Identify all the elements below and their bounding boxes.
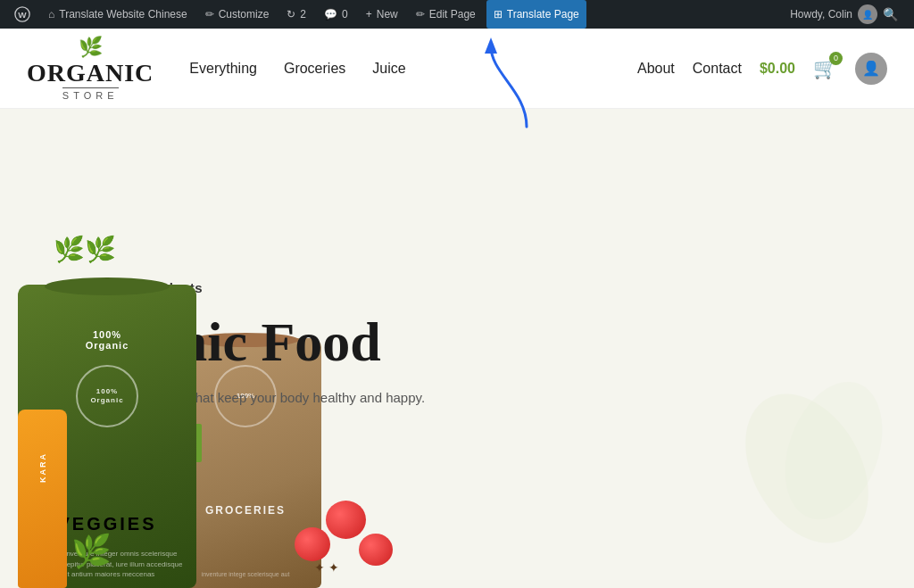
site-name-icon: ⌂ bbox=[48, 8, 54, 21]
logo-sub: STORE bbox=[62, 87, 119, 101]
bag-main-label: VEGGIES bbox=[57, 510, 156, 534]
logo[interactable]: 🌿 ORGANIC STORE bbox=[27, 36, 154, 101]
nav-bar: 🌿 ORGANIC STORE Everything Groceries Jui… bbox=[0, 29, 914, 109]
plus-icon: + bbox=[366, 8, 372, 21]
translate-icon: ⊞ bbox=[494, 8, 503, 21]
customize-button[interactable]: ✏ Customize bbox=[198, 0, 277, 29]
wordpress-icon: W bbox=[14, 6, 30, 22]
admin-bar: W ⌂ Translate Website Chinese ✏ Customiz… bbox=[0, 0, 914, 29]
juice-bottle bbox=[18, 410, 67, 588]
comments-button[interactable]: 💬 0 bbox=[317, 0, 355, 29]
hero-leaf: 🌿🌿 bbox=[54, 235, 860, 264]
howdy-label: Howdy, Colin bbox=[790, 8, 852, 21]
nav-juice[interactable]: Juice bbox=[372, 61, 405, 77]
search-icon[interactable]: 🔍 bbox=[883, 7, 898, 21]
tan-bag-body-text: inventure intege scelerisque aut bbox=[177, 570, 314, 579]
user-avatar[interactable]: 👤 bbox=[855, 53, 887, 85]
admin-avatar[interactable]: 👤 bbox=[858, 4, 877, 24]
revisions-icon: ↻ bbox=[287, 8, 295, 21]
admin-bar-right: Howdy, Colin 👤 🔍 bbox=[781, 4, 907, 24]
revisions-button[interactable]: ↻ 2 bbox=[279, 0, 313, 29]
spices: ✦ ✦ bbox=[314, 560, 339, 575]
logo-leaf-icon: 🌿 bbox=[79, 36, 103, 59]
customize-icon: ✏ bbox=[205, 8, 214, 21]
logo-text: ORGANIC bbox=[27, 61, 154, 86]
tomato-1 bbox=[295, 527, 330, 561]
translate-page-button[interactable]: ⊞ Translate Page bbox=[486, 0, 586, 29]
nav-everything[interactable]: Everything bbox=[189, 61, 257, 77]
edit-page-button[interactable]: ✏ Edit Page bbox=[409, 0, 483, 29]
nav-right: About Contact $0.00 🛒 0 👤 bbox=[637, 53, 887, 85]
nav-links: Everything Groceries Juice bbox=[189, 61, 637, 77]
nav-about[interactable]: About bbox=[637, 61, 675, 77]
new-button[interactable]: + New bbox=[359, 0, 405, 29]
edit-icon: ✏ bbox=[416, 8, 425, 21]
tomato-3 bbox=[359, 534, 393, 566]
bag-badge: 100%Organic bbox=[76, 365, 138, 427]
tan-bag-label: GROCERIES bbox=[205, 504, 286, 517]
hero-section: 100% Organic 100%Organic VEGGIES Ullamco… bbox=[0, 109, 914, 588]
site-name-button[interactable]: ⌂ Translate Website Chinese bbox=[41, 0, 195, 29]
nav-contact[interactable]: Contact bbox=[693, 61, 742, 77]
cart-badge: 0 bbox=[829, 52, 843, 65]
comments-icon: 💬 bbox=[324, 8, 337, 21]
basil-leaves: 🌿 bbox=[71, 533, 112, 570]
nav-groceries[interactable]: Groceries bbox=[284, 61, 345, 77]
cart-price: $0.00 bbox=[760, 61, 795, 77]
svg-text:W: W bbox=[18, 10, 27, 20]
bag-green-label: 100% Organic 100%Organic bbox=[54, 329, 161, 427]
cart-button[interactable]: 🛒 0 bbox=[813, 57, 837, 80]
tomato-2 bbox=[326, 501, 366, 539]
wp-logo-button[interactable]: W bbox=[7, 0, 37, 29]
